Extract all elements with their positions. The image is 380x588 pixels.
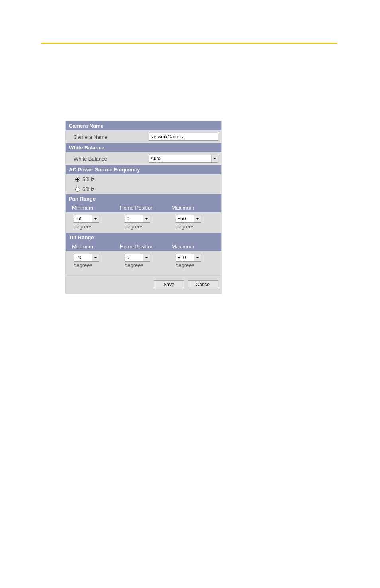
tilt-range-row: -40 degrees 0 degrees +10	[66, 251, 221, 271]
pan-home-col: 0 degrees	[125, 215, 176, 230]
pan-col-home-label: Home Position	[120, 205, 171, 211]
ac-power-50hz-row[interactable]: 50Hz	[66, 174, 221, 184]
camera-name-header: Camera Name	[66, 121, 221, 130]
pan-home-select[interactable]: 0	[125, 215, 150, 223]
white-balance-row: White Balance Auto	[66, 152, 221, 165]
tilt-home-select[interactable]: 0	[125, 254, 150, 262]
tilt-max-select[interactable]: +10	[176, 254, 201, 262]
white-balance-header: White Balance	[66, 143, 221, 152]
tilt-home-value: 0	[125, 255, 143, 260]
tilt-min-value: -40	[74, 255, 92, 260]
tilt-range-header: Tilt Range	[66, 233, 221, 242]
tilt-col-home-label: Home Position	[120, 244, 171, 250]
ac-power-header: AC Power Source Frequency	[66, 165, 221, 174]
pan-range-subheader: Minimum Home Position Maximum	[66, 203, 221, 212]
chevron-down-icon	[211, 155, 218, 162]
radio-50hz[interactable]	[75, 177, 80, 182]
horizontal-rule	[41, 43, 337, 44]
pan-range-header: Pan Range	[66, 194, 221, 203]
tilt-col-min-label: Minimum	[69, 244, 120, 250]
pan-max-value: +50	[176, 216, 194, 222]
ac-power-60hz-row[interactable]: 60Hz	[66, 184, 221, 194]
pan-home-value: 0	[125, 216, 143, 222]
chevron-down-icon	[194, 215, 201, 222]
pan-min-unit: degrees	[74, 224, 125, 230]
tilt-max-unit: degrees	[176, 262, 218, 268]
pan-max-unit: degrees	[176, 224, 218, 230]
tilt-min-col: -40 degrees	[74, 254, 125, 268]
tilt-col-max-label: Maximum	[171, 244, 218, 250]
save-button[interactable]: Save	[154, 280, 184, 289]
tilt-range-subheader: Minimum Home Position Maximum	[66, 242, 221, 251]
camera-name-input[interactable]	[149, 133, 218, 141]
pan-min-select[interactable]: -50	[74, 215, 99, 223]
chevron-down-icon	[143, 254, 150, 261]
radio-50hz-label: 50Hz	[82, 176, 94, 182]
pan-max-col: +50 degrees	[176, 215, 218, 230]
tilt-home-col: 0 degrees	[125, 254, 176, 268]
tilt-min-select[interactable]: -40	[74, 254, 99, 262]
pan-home-unit: degrees	[125, 224, 176, 230]
camera-name-row: Camera Name	[66, 130, 221, 143]
button-row: Save Cancel	[66, 275, 221, 293]
cancel-button[interactable]: Cancel	[188, 280, 218, 289]
camera-name-label: Camera Name	[74, 134, 149, 140]
chevron-down-icon	[92, 215, 99, 222]
radio-60hz-label: 60Hz	[82, 186, 94, 192]
white-balance-label: White Balance	[74, 156, 149, 162]
pan-col-max-label: Maximum	[171, 205, 218, 211]
tilt-max-col: +10 degrees	[176, 254, 218, 268]
chevron-down-icon	[194, 254, 201, 261]
chevron-down-icon	[92, 254, 99, 261]
tilt-max-value: +10	[176, 255, 194, 260]
pan-range-row: -50 degrees 0 degrees +50	[66, 212, 221, 233]
tilt-min-unit: degrees	[74, 262, 125, 268]
radio-60hz[interactable]	[75, 187, 80, 192]
tilt-home-unit: degrees	[125, 262, 176, 268]
white-balance-select[interactable]: Auto	[149, 155, 218, 163]
white-balance-field-wrap: Auto	[149, 155, 218, 163]
settings-panel: Camera Name Camera Name White Balance Wh…	[65, 121, 222, 294]
pan-col-min-label: Minimum	[69, 205, 120, 211]
white-balance-value: Auto	[149, 156, 211, 161]
camera-name-field-wrap	[149, 133, 218, 141]
pan-min-value: -50	[74, 216, 92, 222]
chevron-down-icon	[143, 215, 150, 222]
pan-min-col: -50 degrees	[74, 215, 125, 230]
pan-max-select[interactable]: +50	[176, 215, 201, 223]
